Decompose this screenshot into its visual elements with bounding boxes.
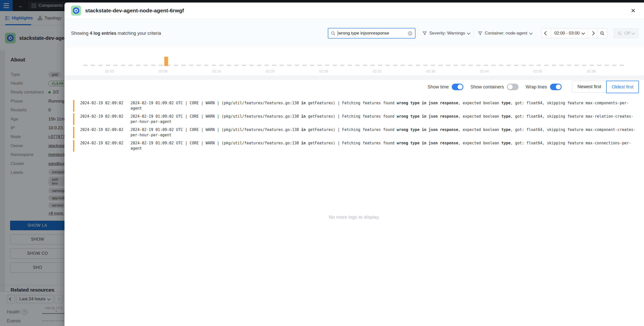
container-filter-dropdown[interactable]: Container: node-agent: [474, 28, 536, 39]
close-icon[interactable]: ×: [629, 6, 637, 15]
log-entry-message: 2024-02-19 01:09:02 UTC | CORE | WARN | …: [131, 141, 637, 151]
modal-header: stackstate-dev-agent-node-agent-6rwgf ×: [65, 3, 644, 19]
logs-toolbar: Showing 4 log entries matching your crit…: [65, 19, 644, 48]
previous-hour-button[interactable]: [542, 28, 551, 38]
toggle-group: Show timeShow containersWrap lines: [428, 84, 569, 90]
log-entry[interactable]: 2024-02-19 02:09:022024-02-19 01:09:02 U…: [73, 127, 644, 138]
log-entry-timestamp: 2024-02-19 02:09:02: [80, 114, 123, 124]
timeline-tick-label: 02:38: [426, 69, 435, 73]
modal-title: stackstate-dev-agent-node-agent-6rwgf: [85, 8, 184, 14]
wrap-lines-toggle[interactable]: [550, 84, 562, 90]
show-containers-toggle[interactable]: [507, 84, 519, 90]
timeline-tick-label: 02:26: [319, 69, 328, 73]
time-window-nav: 02:00 - 03:00: [541, 28, 607, 38]
search-icon: [331, 31, 336, 36]
clear-search-icon[interactable]: ×: [408, 31, 412, 36]
pod-logs-modal: stackstate-dev-agent-node-agent-6rwgf × …: [65, 3, 644, 326]
toggle-label: Show time: [428, 84, 449, 90]
filter-funnel-icon: [478, 31, 482, 36]
toolbar-controls: wrong type in json response × Severity: …: [328, 28, 638, 39]
pod-type-icon: [71, 6, 81, 16]
log-frequency-timeline[interactable]: 02:0202:0802:1402:2002:2602:3202:3802:44…: [65, 48, 644, 75]
log-entry-message: 2024-02-19 01:09:02 UTC | CORE | WARN | …: [131, 114, 637, 124]
auto-refresh-dropdown[interactable]: Off: [614, 28, 638, 38]
log-count: 4 log entries: [90, 31, 116, 36]
toggle-label: Wrap lines: [526, 84, 547, 90]
timeline-tick-label: 02:50: [533, 69, 542, 73]
timeline-tick-label: 02:56: [587, 69, 596, 73]
severity-filter-label: Severity: Warnings: [429, 31, 465, 36]
toggle-row: Wrap lines: [526, 84, 562, 90]
zoom-out-time-button[interactable]: [597, 28, 607, 38]
timeline-tick-label: 02:14: [212, 69, 221, 73]
log-count-summary: Showing 4 log entries matching your crit…: [71, 31, 161, 36]
refresh-icon: [618, 31, 622, 36]
screen: ← Components Highlights: [0, 0, 644, 326]
search-input[interactable]: wrong type in json response ×: [328, 28, 415, 39]
container-filter-label: Container: node-agent: [485, 31, 527, 36]
oldest-first-button[interactable]: Oldest first: [606, 81, 639, 93]
search-value: wrong type in json response: [338, 31, 408, 36]
log-entry-timestamp: 2024-02-19 02:09:02: [80, 101, 123, 111]
filter-funnel-icon: [422, 31, 427, 36]
no-more-logs-message: No more logs to display.: [65, 214, 644, 220]
log-entry[interactable]: 2024-02-19 02:09:022024-02-19 01:09:02 U…: [73, 140, 644, 152]
show-time-toggle[interactable]: [452, 84, 463, 90]
log-display-controls: Show timeShow containersWrap lines Newes…: [428, 81, 639, 93]
log-entry-message: 2024-02-19 01:09:02 UTC | CORE | WARN | …: [131, 101, 637, 111]
zoom-out-icon: [600, 31, 605, 36]
log-entry-timestamp: 2024-02-19 02:09:02: [80, 127, 123, 138]
timeline-tick-label: 02:32: [373, 69, 382, 73]
toggle-row: Show containers: [470, 84, 519, 90]
timeline-tick-label: 02:44: [480, 69, 489, 73]
log-entry[interactable]: 2024-02-19 02:09:022024-02-19 01:09:02 U…: [73, 100, 644, 112]
timeline-tick-label: 02:08: [159, 69, 168, 73]
log-entry-message: 2024-02-19 01:09:02 UTC | CORE | WARN | …: [131, 127, 637, 138]
logs-section: Show timeShow containersWrap lines Newes…: [65, 80, 644, 326]
log-entry-list: 2024-02-19 02:09:022024-02-19 01:09:02 U…: [73, 100, 644, 153]
log-count-bar[interactable]: [164, 57, 168, 66]
time-window-label: 02:00 - 03:00: [554, 31, 579, 36]
toggle-label: Show containers: [470, 84, 504, 90]
refresh-state-label: Off: [624, 31, 630, 36]
time-window-dropdown[interactable]: 02:00 - 03:00: [551, 28, 588, 38]
next-hour-button[interactable]: [588, 28, 597, 38]
timeline-tick-label: 02:20: [266, 69, 275, 73]
section-gap: [65, 75, 644, 80]
sort-order-buttons: Newest firstOldest first: [572, 81, 639, 93]
log-entry-timestamp: 2024-02-19 02:09:02: [80, 141, 123, 151]
timeline-tick-label: 02:02: [105, 69, 114, 73]
toggle-row: Show time: [428, 84, 463, 90]
log-entry[interactable]: 2024-02-19 02:09:022024-02-19 01:09:02 U…: [73, 113, 644, 125]
severity-filter-dropdown[interactable]: Severity: Warnings: [418, 28, 474, 39]
newest-first-button[interactable]: Newest first: [572, 81, 606, 93]
